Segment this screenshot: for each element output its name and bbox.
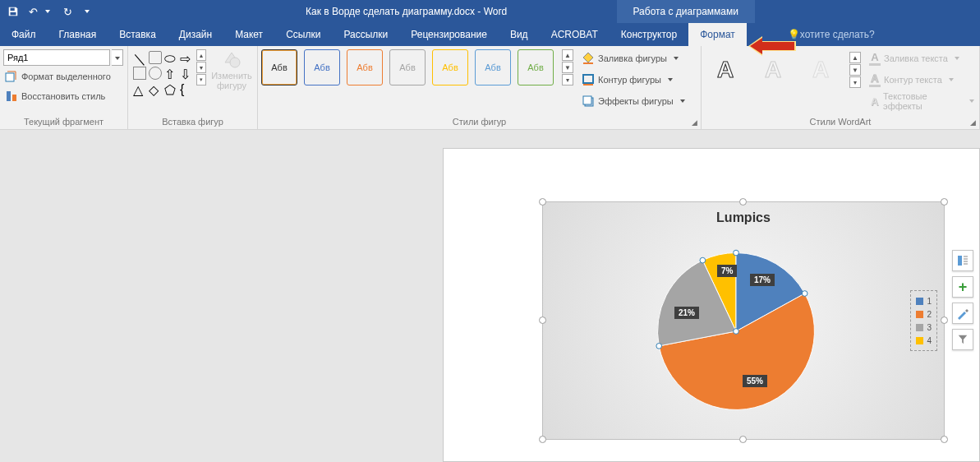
format-selection-button[interactable]: Формат выделенного [3, 67, 113, 85]
group-label-shape-styles: Стили фигур [261, 114, 697, 129]
shape-effects-button[interactable]: Эффекты фигуры [580, 92, 687, 110]
undo-icon[interactable]: ↶ [26, 5, 39, 18]
svg-point-15 [700, 257, 706, 263]
resize-handle[interactable] [539, 436, 546, 443]
tab-constructor[interactable]: Конструктор [610, 23, 688, 46]
data-label-3[interactable]: 21% [674, 307, 699, 319]
svg-rect-6 [12, 95, 16, 101]
tab-view[interactable]: Вид [499, 23, 540, 46]
data-label-1[interactable]: 17% [750, 274, 775, 286]
wordart-style-1[interactable]: А [705, 49, 746, 90]
wordart-style-3[interactable]: А [800, 49, 841, 90]
document-canvas[interactable]: Lumpics [0, 130, 980, 462]
tab-mailings[interactable]: Рассылки [332, 23, 399, 46]
shape-outline-button[interactable]: Контур фигуры [580, 71, 687, 89]
document-title: Как в Ворде сделать диаграмму.docx - Wor… [100, 6, 507, 17]
shape-fill-button[interactable]: Заливка фигуры [580, 49, 687, 67]
svg-rect-8 [583, 62, 593, 64]
shape-gallery-up[interactable]: ▲ [196, 49, 206, 61]
wordart-styles-dialog-launcher[interactable]: ◢ [968, 118, 978, 127]
resize-handle[interactable] [739, 198, 747, 206]
resize-handle[interactable] [941, 198, 948, 206]
shape-gallery-more[interactable]: ▾ [196, 74, 206, 85]
chart-title[interactable]: Lumpics [543, 202, 944, 225]
svg-rect-5 [7, 91, 11, 101]
chart-filters-button[interactable] [952, 329, 973, 350]
svg-point-7 [230, 58, 240, 67]
tab-insert[interactable]: Вставка [108, 23, 168, 46]
tab-format[interactable]: Формат [688, 23, 747, 46]
svg-rect-9 [583, 75, 593, 83]
tab-file[interactable]: Файл [0, 23, 48, 46]
undo-dropdown-icon[interactable] [41, 5, 54, 18]
qat-more-icon[interactable] [81, 5, 94, 18]
wordart-styles-more[interactable]: ▾ [849, 76, 861, 88]
tab-layout[interactable]: Макет [223, 23, 274, 46]
resize-handle[interactable] [539, 316, 546, 324]
wordart-styles-down[interactable]: ▼ [849, 64, 861, 76]
text-outline-button[interactable]: A Контур текста [867, 71, 976, 89]
shape-style-1[interactable]: Абв [261, 49, 297, 85]
wordart-style-2[interactable]: А [752, 49, 794, 90]
resize-handle[interactable] [739, 436, 747, 443]
svg-rect-12 [583, 96, 591, 104]
group-label-wordart-styles: Стили WordArt [705, 114, 976, 129]
shape-styles-dialog-launcher[interactable]: ◢ [689, 118, 699, 127]
group-label-insert-shapes: Вставка фигур [131, 114, 254, 129]
pie-chart[interactable]: 17% 55% 21% 7% [650, 245, 822, 418]
shape-style-5[interactable]: Абв [432, 49, 468, 85]
chart-elements-button[interactable]: + [952, 276, 973, 298]
tab-design[interactable]: Дизайн [168, 23, 223, 46]
shape-style-4[interactable]: Абв [389, 49, 426, 85]
chart-element-selector[interactable] [3, 49, 110, 66]
tab-home[interactable]: Главная [48, 23, 108, 46]
tab-acrobat[interactable]: ACROBAT [540, 23, 610, 46]
data-label-2[interactable]: 55% [743, 375, 767, 387]
shape-gallery-down[interactable]: ▼ [196, 62, 206, 73]
shape-styles-up[interactable]: ▲ [562, 49, 573, 61]
shape-style-2[interactable]: Абв [304, 49, 340, 85]
shape-style-6[interactable]: Абв [475, 49, 511, 85]
text-effects-button[interactable]: A Текстовые эффекты [867, 92, 976, 110]
document-page[interactable]: Lumpics [443, 148, 980, 462]
tab-references[interactable]: Ссылки [274, 23, 332, 46]
svg-point-16 [656, 344, 662, 349]
change-shape-button: Изменить фигуру [209, 49, 254, 90]
shape-styles-down[interactable]: ▼ [562, 62, 573, 73]
shape-styles-gallery[interactable]: Абв Абв Абв Абв Абв Абв Абв ▲ ▼ ▾ [261, 49, 573, 85]
chart-element-selector-dropdown[interactable] [112, 49, 123, 66]
svg-rect-10 [583, 84, 593, 85]
resize-handle[interactable] [941, 436, 948, 443]
layout-options-button[interactable] [952, 250, 973, 271]
chart-object[interactable]: Lumpics [542, 201, 945, 440]
svg-rect-0 [11, 8, 15, 12]
group-label-current-fragment: Текущий фрагмент [3, 114, 124, 129]
chart-tools-title: Работа с диаграммами [617, 0, 756, 23]
wordart-styles-up[interactable]: ▲ [849, 52, 861, 63]
svg-point-13 [734, 250, 739, 256]
tab-review[interactable]: Рецензирование [399, 23, 499, 46]
svg-point-17 [734, 329, 739, 335]
redo-icon[interactable]: ↻ [61, 5, 74, 18]
resize-handle[interactable] [539, 198, 546, 206]
wordart-styles-gallery[interactable]: А А А ▲ ▼ ▾ [705, 49, 861, 90]
chart-legend[interactable]: 1 2 3 4 [910, 290, 937, 351]
shape-gallery[interactable]: ＼ ⬭ ⇨ ⇧ ⇩ △ ◇ ⬠ { [131, 49, 195, 97]
data-label-4[interactable]: 7% [717, 265, 737, 277]
chart-styles-button[interactable] [952, 303, 973, 324]
svg-rect-4 [6, 73, 14, 81]
shape-style-7[interactable]: Абв [518, 49, 554, 85]
svg-point-14 [802, 291, 807, 297]
shape-styles-more[interactable]: ▾ [562, 74, 573, 85]
reset-style-button[interactable]: Восстановить стиль [3, 87, 107, 105]
svg-rect-18 [958, 256, 962, 266]
text-fill-button[interactable]: A Заливка текста [867, 49, 976, 67]
svg-rect-1 [11, 12, 16, 16]
resize-handle[interactable] [941, 316, 948, 324]
shape-style-3[interactable]: Абв [347, 49, 383, 85]
save-icon[interactable] [7, 5, 20, 18]
